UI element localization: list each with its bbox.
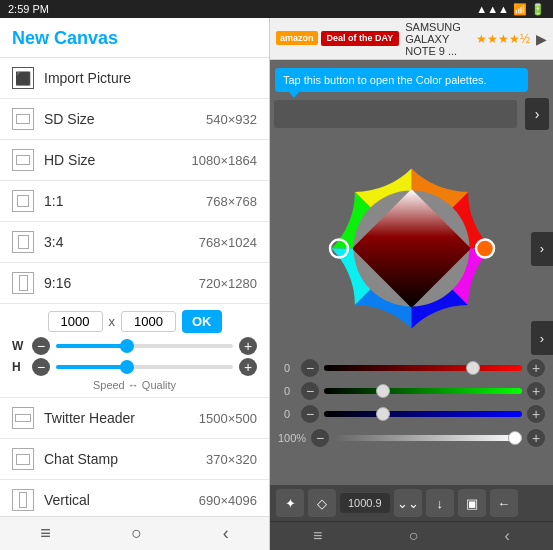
red-plus-button[interactable]: + [527, 359, 545, 377]
ad-bar[interactable]: amazon Deal of the DAY SAMSUNG GALAXY NO… [270, 18, 553, 60]
right-back-icon[interactable]: ‹ [505, 527, 510, 545]
rect-icon [12, 272, 34, 294]
ad-amazon-label: amazon [276, 31, 318, 45]
tool-down2-button[interactable]: ↓ [426, 489, 454, 517]
right-color-thumb[interactable] [476, 240, 494, 258]
back-icon[interactable]: ‹ [223, 523, 229, 544]
color-swatch[interactable] [274, 100, 517, 128]
home-icon[interactable]: ○ [131, 523, 142, 544]
brush-size-value[interactable]: 1000.9 [340, 493, 390, 513]
right-panel-expand-button[interactable]: › [531, 232, 553, 266]
list-item[interactable]: HD Size 1080×1864 [0, 140, 269, 181]
item-label: Chat Stamp [44, 451, 196, 467]
red-slider-row: 0 − + [278, 359, 545, 377]
green-plus-button[interactable]: + [527, 382, 545, 400]
signal-icon: ▲▲▲ [476, 3, 509, 15]
item-size: 1500×500 [199, 411, 257, 426]
green-minus-button[interactable]: − [301, 382, 319, 400]
ad-stars: ★★★★½ [476, 32, 530, 46]
width-input[interactable] [48, 311, 103, 332]
list-item[interactable]: ⬛ Import Picture [0, 58, 269, 99]
camera-icon: ⬛ [12, 67, 34, 89]
ad-arrow-icon[interactable]: ▶ [536, 31, 547, 47]
tool-layer-button[interactable]: ▣ [458, 489, 486, 517]
tool-down-button[interactable]: ⌄⌄ [394, 489, 422, 517]
list-item[interactable]: Vertical 690×4096 [0, 480, 269, 516]
green-value: 0 [278, 385, 296, 397]
rect-icon [12, 407, 34, 429]
item-label: SD Size [44, 111, 196, 127]
width-minus-button[interactable]: − [32, 337, 50, 355]
width-plus-button[interactable]: + [239, 337, 257, 355]
tool-eraser-button[interactable]: ◇ [308, 489, 336, 517]
left-bottom-nav: ≡ ○ ‹ [0, 516, 269, 550]
right-panel: amazon Deal of the DAY SAMSUNG GALAXY NO… [270, 18, 553, 550]
tool-back-button[interactable]: ← [490, 489, 518, 517]
item-label: HD Size [44, 152, 182, 168]
main-content: New Canvas ⬛ Import Picture SD Size 540×… [0, 18, 553, 550]
canvas-list[interactable]: ⬛ Import Picture SD Size 540×932 HD Size… [0, 58, 269, 516]
list-item[interactable]: SD Size 540×932 [0, 99, 269, 140]
menu-icon[interactable]: ≡ [40, 523, 51, 544]
custom-size-section: x OK W − + H − [0, 304, 269, 398]
width-slider-row: W − + [12, 337, 257, 355]
h-label: H [12, 360, 26, 374]
custom-size-inputs: x OK [12, 310, 257, 333]
ad-product-text: SAMSUNG GALAXY NOTE 9 ... [405, 21, 470, 57]
item-size: 768×768 [206, 194, 257, 209]
red-slider[interactable] [324, 365, 522, 371]
canvas-area: › Tap this button to open the Color pale… [270, 60, 553, 485]
right-menu-icon[interactable]: ≡ [313, 527, 322, 545]
list-item[interactable]: 1:1 768×768 [0, 181, 269, 222]
blue-plus-button[interactable]: + [527, 405, 545, 423]
list-item[interactable]: Chat Stamp 370×320 [0, 439, 269, 480]
green-slider[interactable] [324, 388, 522, 394]
green-slider-row: 0 − + [278, 382, 545, 400]
right-home-icon[interactable]: ○ [409, 527, 419, 545]
tool-pipette-button[interactable]: ✦ [276, 489, 304, 517]
height-minus-button[interactable]: − [32, 358, 50, 376]
opacity-plus-button[interactable]: + [527, 429, 545, 447]
red-minus-button[interactable]: − [301, 359, 319, 377]
rect-icon [12, 108, 34, 130]
left-header: New Canvas [0, 18, 269, 58]
list-item[interactable]: 9:16 720×1280 [0, 263, 269, 304]
ad-deal-label: Deal of the DAY [321, 31, 400, 46]
opacity-label: 100% [278, 432, 306, 444]
rect-icon [12, 149, 34, 171]
blue-slider-row: 0 − + [278, 405, 545, 423]
rect-icon [12, 190, 34, 212]
opacity-minus-button[interactable]: − [311, 429, 329, 447]
item-label: 1:1 [44, 193, 196, 209]
rect-icon [12, 489, 34, 511]
status-time: 2:59 PM [8, 3, 49, 15]
opacity-slider[interactable] [334, 435, 522, 441]
color-tooltip: Tap this button to open the Color palett… [275, 68, 528, 92]
item-size: 720×1280 [199, 276, 257, 291]
item-size: 370×320 [206, 452, 257, 467]
blue-minus-button[interactable]: − [301, 405, 319, 423]
height-input[interactable] [121, 311, 176, 332]
item-size: 1080×1864 [192, 153, 257, 168]
page-title: New Canvas [12, 28, 118, 48]
item-label: Twitter Header [44, 410, 189, 426]
width-slider[interactable] [56, 344, 233, 348]
color-wheel-svg[interactable] [319, 156, 504, 341]
height-slider[interactable] [56, 365, 233, 369]
right-toolbar: ✦ ◇ 1000.9 ⌄⌄ ↓ ▣ ← [270, 485, 553, 521]
ok-button[interactable]: OK [182, 310, 222, 333]
item-label: Import Picture [44, 70, 257, 86]
opacity-row: 100% − + [270, 427, 553, 451]
height-plus-button[interactable]: + [239, 358, 257, 376]
x-separator: x [109, 314, 116, 329]
item-size: 540×932 [206, 112, 257, 127]
status-icons: ▲▲▲ 📶 🔋 [476, 3, 545, 16]
color-palette-button[interactable]: › [525, 98, 549, 130]
list-item[interactable]: 3:4 768×1024 [0, 222, 269, 263]
right-bottom-nav: ≡ ○ ‹ [270, 521, 553, 550]
mid-right-expand-button[interactable]: › [531, 321, 553, 355]
list-item[interactable]: Twitter Header 1500×500 [0, 398, 269, 439]
red-value: 0 [278, 362, 296, 374]
blue-slider[interactable] [324, 411, 522, 417]
item-label: 9:16 [44, 275, 189, 291]
